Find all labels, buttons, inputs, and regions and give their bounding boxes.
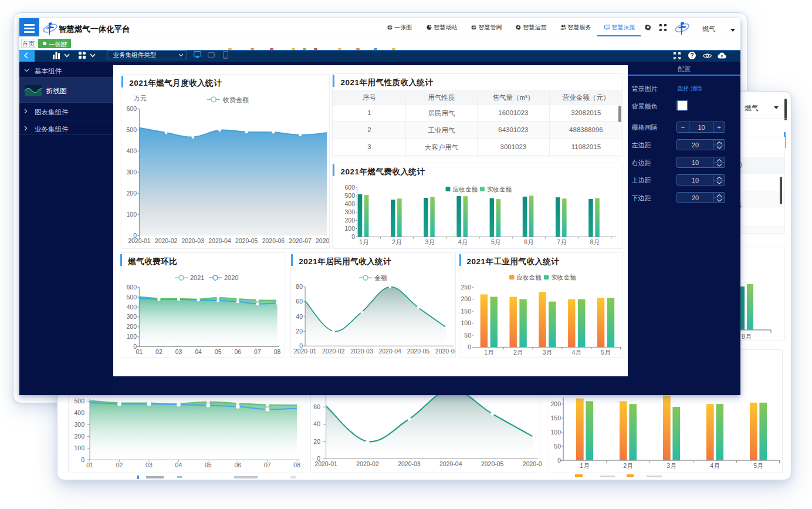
svg-text:应收金额: 应收金额 xyxy=(453,186,478,193)
svg-text:0: 0 xyxy=(352,233,356,240)
svg-text:2020-04: 2020-04 xyxy=(379,348,402,355)
svg-text:600: 600 xyxy=(127,105,137,112)
svg-text:400: 400 xyxy=(345,200,356,207)
svg-text:万元: 万元 xyxy=(134,95,147,102)
svg-text:200: 200 xyxy=(550,400,561,407)
svg-text:8月: 8月 xyxy=(742,333,751,340)
svg-text:03: 03 xyxy=(146,461,153,468)
svg-text:实收金额: 实收金额 xyxy=(551,274,576,281)
svg-text:5月: 5月 xyxy=(753,462,763,469)
svg-text:实收金额: 实收金额 xyxy=(487,186,512,193)
svg-text:250: 250 xyxy=(461,284,471,291)
svg-text:50: 50 xyxy=(464,332,471,339)
svg-text:6月: 6月 xyxy=(525,238,534,245)
svg-text:2020-02: 2020-02 xyxy=(322,348,345,355)
svg-text:100: 100 xyxy=(127,333,137,340)
svg-text:05: 05 xyxy=(215,348,222,355)
svg-text:60: 60 xyxy=(313,403,320,410)
svg-text:60: 60 xyxy=(296,298,303,305)
svg-text:500: 500 xyxy=(345,192,356,199)
svg-text:200: 200 xyxy=(74,432,84,439)
svg-text:300: 300 xyxy=(127,313,137,320)
svg-text:80: 80 xyxy=(296,283,303,290)
svg-text:2020-02: 2020-02 xyxy=(155,237,178,244)
svg-text:150: 150 xyxy=(550,414,561,421)
svg-text:2020-03: 2020-03 xyxy=(350,348,373,355)
svg-text:2020-04: 2020-04 xyxy=(209,237,232,244)
svg-text:400: 400 xyxy=(127,147,137,154)
svg-text:8月: 8月 xyxy=(590,238,600,245)
svg-text:2020-08: 2020-08 xyxy=(316,237,329,244)
svg-text:4月: 4月 xyxy=(458,238,468,245)
svg-text:2020-03: 2020-03 xyxy=(398,460,421,467)
svg-text:400: 400 xyxy=(127,304,137,311)
svg-text:4月: 4月 xyxy=(710,462,719,469)
svg-text:5月: 5月 xyxy=(601,349,610,356)
svg-text:600: 600 xyxy=(127,284,137,291)
svg-text:07: 07 xyxy=(264,461,271,468)
svg-text:400: 400 xyxy=(74,409,84,416)
svg-text:40: 40 xyxy=(296,313,303,320)
svg-text:金额: 金额 xyxy=(374,274,387,281)
svg-text:3月: 3月 xyxy=(666,462,676,469)
svg-text:05: 05 xyxy=(205,461,212,468)
svg-text:2020-05: 2020-05 xyxy=(407,348,430,355)
svg-text:3月: 3月 xyxy=(425,238,435,245)
svg-text:200: 200 xyxy=(345,217,356,224)
svg-text:2020: 2020 xyxy=(224,274,238,281)
svg-text:06: 06 xyxy=(234,461,241,468)
svg-text:07: 07 xyxy=(254,348,261,355)
svg-text:1月: 1月 xyxy=(484,349,493,356)
svg-text:04: 04 xyxy=(175,461,182,468)
svg-text:2020-06: 2020-06 xyxy=(523,460,542,467)
svg-text:100: 100 xyxy=(345,225,356,232)
svg-text:2020-07: 2020-07 xyxy=(289,237,312,244)
svg-text:600: 600 xyxy=(345,184,356,191)
svg-text:2020-04: 2020-04 xyxy=(439,460,462,467)
svg-text:500: 500 xyxy=(74,397,84,404)
svg-text:2020-01: 2020-01 xyxy=(294,348,317,355)
svg-text:100: 100 xyxy=(461,319,471,326)
svg-text:200: 200 xyxy=(127,190,137,197)
svg-text:100: 100 xyxy=(550,428,561,435)
svg-text:2020-06: 2020-06 xyxy=(435,348,455,355)
svg-text:100: 100 xyxy=(127,211,137,218)
svg-text:20: 20 xyxy=(313,437,320,444)
svg-text:300: 300 xyxy=(345,208,356,215)
svg-text:2月: 2月 xyxy=(623,462,632,469)
svg-text:02: 02 xyxy=(116,461,123,468)
svg-text:08: 08 xyxy=(293,461,300,468)
svg-text:04: 04 xyxy=(195,348,202,355)
svg-text:7月: 7月 xyxy=(557,238,567,245)
svg-text:20: 20 xyxy=(296,328,303,335)
svg-text:300: 300 xyxy=(74,421,84,428)
svg-text:01: 01 xyxy=(136,348,143,355)
svg-text:150: 150 xyxy=(461,308,471,315)
svg-text:02: 02 xyxy=(155,348,163,355)
svg-text:1月: 1月 xyxy=(580,462,589,469)
svg-text:500: 500 xyxy=(127,126,137,133)
svg-text:500: 500 xyxy=(127,294,137,301)
svg-text:50: 50 xyxy=(554,442,561,449)
svg-text:3月: 3月 xyxy=(542,349,552,356)
svg-text:08: 08 xyxy=(274,348,281,355)
svg-text:5月: 5月 xyxy=(491,238,500,245)
svg-text:2021: 2021 xyxy=(190,274,204,281)
svg-text:200: 200 xyxy=(127,323,137,330)
svg-text:03: 03 xyxy=(175,348,182,355)
svg-text:0: 0 xyxy=(468,343,471,350)
svg-text:2020-01: 2020-01 xyxy=(314,460,337,467)
svg-text:40: 40 xyxy=(313,420,320,427)
svg-text:1月: 1月 xyxy=(360,238,369,245)
svg-text:0: 0 xyxy=(557,456,561,463)
svg-text:2020-03: 2020-03 xyxy=(182,237,205,244)
svg-text:收费金额: 收费金额 xyxy=(223,96,249,103)
svg-text:01: 01 xyxy=(86,461,93,468)
svg-text:2020-05: 2020-05 xyxy=(235,237,258,244)
svg-text:0: 0 xyxy=(81,456,84,463)
svg-text:06: 06 xyxy=(235,348,242,355)
svg-text:2020-05: 2020-05 xyxy=(481,460,504,467)
svg-text:2020-01: 2020-01 xyxy=(128,237,151,244)
svg-text:100: 100 xyxy=(74,444,84,451)
svg-text:2月: 2月 xyxy=(393,238,402,245)
